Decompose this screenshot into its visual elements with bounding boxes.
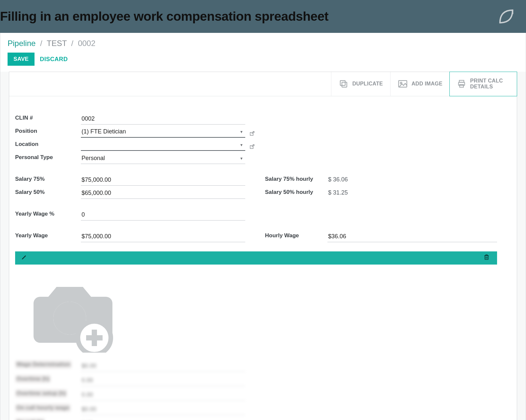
salary75h-value: $ 36.06 [327,174,497,186]
yearly-wage-input[interactable] [81,231,245,242]
personal-type-select[interactable] [81,153,245,164]
breadcrumb-bar: Pipeline / TEST / 0002 [0,33,526,53]
hourly-wage-input[interactable] [327,231,497,242]
top-bar: Filling in an employee work compensation… [0,0,526,33]
salary50-input[interactable] [81,188,245,199]
page-title: Filling in an employee work compensation… [0,9,328,24]
svg-rect-15 [86,335,103,340]
add-image-button[interactable]: ADD IMAGE [390,72,450,96]
location-external-link-icon[interactable] [249,144,255,150]
hourly-wage-label: Hourly Wage [265,229,327,242]
print-calc-details-button[interactable]: PRINT CALC DETAILS [449,72,517,96]
svg-rect-1 [340,81,345,85]
add-photo-placeholder-icon[interactable] [27,274,119,353]
section-toolbar [15,251,497,265]
breadcrumb-root[interactable]: Pipeline [8,39,36,48]
image-icon [398,80,408,88]
svg-rect-0 [342,82,347,87]
print-icon [457,79,466,88]
form-sheet: DUPLICATE ADD IMAGE PRINT CALC DETAILS [9,72,517,420]
edit-icon[interactable] [21,254,28,262]
yearly-wage-pct-input[interactable] [81,209,245,221]
salary75-input[interactable] [81,175,245,186]
duplicate-button[interactable]: DUPLICATE [331,72,390,96]
app-body: Pipeline / TEST / 0002 SAVE DISCARD DUPL… [0,33,526,420]
personal-type-label: Personal Type [15,151,81,164]
location-select[interactable] [81,139,245,151]
clin-label: CLIN # [15,111,81,125]
yearly-wage-label: Yearly Wage [15,229,81,242]
position-select[interactable] [81,126,245,138]
trash-icon[interactable] [483,254,490,262]
salary75-label: Salary 75% [15,173,81,186]
position-external-link-icon[interactable] [249,130,255,136]
svg-rect-6 [460,85,464,87]
svg-rect-9 [485,256,488,260]
salary50h-value: $ 31.25 [327,187,497,199]
discard-button[interactable]: DISCARD [40,56,68,63]
blurred-fields: Wage Determination Overtime (h) Overtime… [15,357,497,420]
leaf-logo-icon [496,7,516,26]
salary50h-label: Salary 50% hourly [265,186,327,199]
clin-input[interactable] [81,113,245,125]
breadcrumb-parent[interactable]: TEST [47,39,67,48]
yearly-wage-pct-label: Yearly Wage % [15,207,81,221]
salary75h-label: Salary 75% hourly [265,173,327,186]
location-label: Location [15,138,81,151]
breadcrumb-current: 0002 [78,39,95,48]
position-label: Position [15,125,81,138]
save-button[interactable]: SAVE [8,53,35,66]
salary50-label: Salary 50% [15,186,81,199]
breadcrumb: Pipeline / TEST / 0002 [8,39,518,48]
duplicate-icon [339,79,348,89]
